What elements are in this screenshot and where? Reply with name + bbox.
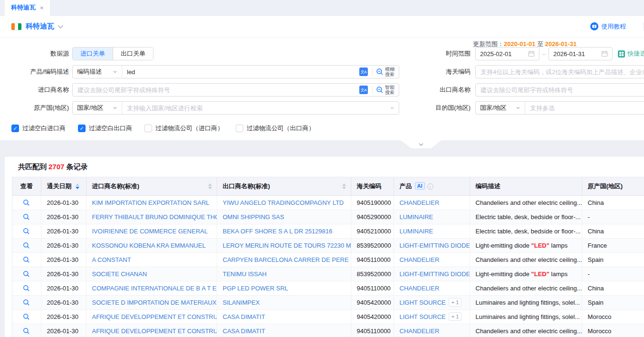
exporter-name-field xyxy=(475,83,644,96)
product-tag[interactable]: LIGHT-EMITTING DIODE xyxy=(400,270,470,278)
quick-select-button[interactable]: 快捷选 xyxy=(618,49,644,58)
exporter-link[interactable]: CASA DIMATIT xyxy=(223,313,265,320)
date-from-input[interactable]: 2025-02-01 xyxy=(475,47,539,60)
view-cell xyxy=(12,309,41,324)
filter-panel: 更新范围：2020-01-01 至 2026-01-31 数据源 进口关单 出口… xyxy=(0,38,644,140)
country-title[interactable]: 科特迪瓦 xyxy=(26,22,54,31)
importer-cell: AFRIQUE DEVELOPPEMENT ET CONSTRUCT... xyxy=(86,309,217,324)
destination-country-group: 国家/地区 xyxy=(475,101,644,115)
importer-link[interactable]: SOCIETE D IMPORTATION DE MATERIAUX E... xyxy=(92,299,217,306)
translate-icon[interactable]: 文A xyxy=(359,86,368,94)
product-tag[interactable]: CHANDELIER xyxy=(400,256,440,263)
product-tag[interactable]: LUMINAIRE xyxy=(400,228,433,235)
product-type-select[interactable]: 编码描述 xyxy=(73,66,122,78)
column-header-1[interactable]: 通关日期 xyxy=(41,177,86,195)
sort-icon[interactable] xyxy=(76,183,79,189)
product-tag[interactable]: LIGHT-EMITTING DIODE xyxy=(400,242,470,249)
importer-link[interactable]: A CONSTANT xyxy=(92,256,131,263)
view-record-button[interactable] xyxy=(21,197,32,208)
chevron-down-icon[interactable] xyxy=(58,23,63,28)
product-keyword-input[interactable] xyxy=(122,68,359,76)
exporter-link[interactable]: BEKA OFF SHORE S A L DR 25129816 xyxy=(223,228,333,235)
column-label: 出口商名称(标准) xyxy=(223,183,270,190)
importer-link[interactable]: KIM IMPORTATION EXPORTATION SARL xyxy=(92,199,210,206)
search-minus-icon xyxy=(376,86,384,94)
importer-link[interactable]: IVOIRIENNE DE COMMERCE GENERAL xyxy=(92,228,208,235)
importer-link[interactable]: AFRIQUE DEVELOPPEMENT ET CONSTRUCT... xyxy=(92,313,217,320)
tab-cote-divoire[interactable]: 科特迪瓦 × xyxy=(5,0,50,16)
data-source-toggle: 进口关单 出口关单 xyxy=(72,47,154,60)
code-description-cell: Chandeliers and other electric ceiling..… xyxy=(470,324,582,337)
product-tag[interactable]: LUMINAIRE xyxy=(400,213,433,221)
smart-search-button[interactable]: 智能搜索 xyxy=(376,85,399,95)
fuzzy-search-button[interactable]: 模糊搜索 xyxy=(376,67,399,77)
origin-type-select[interactable]: 国家/地区 xyxy=(73,102,122,114)
exporter-link[interactable]: PGP LED POWER SRL xyxy=(223,285,288,292)
hs-code-input[interactable] xyxy=(476,68,644,76)
importer-link[interactable]: SOCIETE CHANAN xyxy=(92,270,147,278)
column-header-2[interactable]: 进口商名称(标准) xyxy=(86,177,217,195)
view-record-button[interactable] xyxy=(21,226,32,236)
view-record-button[interactable] xyxy=(21,254,32,265)
more-products-badge[interactable]: + 1 xyxy=(449,298,462,307)
view-record-button[interactable] xyxy=(21,297,32,308)
exporter-link[interactable]: SILANIMPEX xyxy=(223,299,260,306)
translate-icon[interactable]: 文A xyxy=(359,67,368,76)
tab-export-declarations[interactable]: 出口关单 xyxy=(113,48,153,60)
exporter-name-input[interactable] xyxy=(476,87,644,94)
checkbox-checked-icon[interactable]: ✓ xyxy=(11,125,19,132)
view-record-button[interactable] xyxy=(21,283,32,293)
close-icon[interactable]: × xyxy=(40,4,44,11)
importer-link[interactable]: COMPAGNIE INTERNATIONALE DE B A T E R xyxy=(92,285,217,292)
product-tag[interactable]: LIGHT SOURCE xyxy=(400,299,446,306)
importer-link[interactable]: FERRY THIBAULT BRUNO DOMINIQUE THO... xyxy=(92,213,217,221)
exporter-link[interactable]: YIWU ANGELO TRADINGCOMPAGNY LTD xyxy=(223,199,344,206)
destination-type-select[interactable]: 国家/地区 xyxy=(476,102,525,114)
tab-import-declarations[interactable]: 进口关单 xyxy=(73,48,113,60)
table-row: 2026-01-30AFRIQUE DEVELOPPEMENT ET CONST… xyxy=(12,309,644,324)
product-tag[interactable]: LIGHT SOURCE xyxy=(400,313,446,320)
code-description-cell: Light-emitting diode "LED" lamps xyxy=(470,267,582,281)
product-tag[interactable]: CHANDELIER xyxy=(400,199,440,206)
view-record-button[interactable] xyxy=(21,212,32,222)
view-cell xyxy=(12,324,41,337)
importer-name-input[interactable] xyxy=(73,87,359,94)
exporter-link[interactable]: CASA DIMATIT xyxy=(223,327,265,335)
checkbox-unchecked-icon[interactable] xyxy=(236,125,243,132)
origin-country-cell: France xyxy=(582,238,644,252)
view-record-button[interactable] xyxy=(21,311,32,322)
filter-checkbox[interactable]: 过滤物流公司（出口商） xyxy=(236,124,315,133)
date-to-input[interactable]: 2026-01-31 xyxy=(548,47,613,60)
more-products-badge[interactable]: + 1 xyxy=(449,312,462,321)
filter-checkbox[interactable]: ✓过滤空白进口商 xyxy=(11,124,66,133)
product-tag[interactable]: CHANDELIER xyxy=(400,327,440,335)
exporter-link[interactable]: TENIMU ISSAH xyxy=(223,270,267,278)
info-icon[interactable]: i xyxy=(427,183,433,190)
exporter-link[interactable]: CARPYEN BARCELONA CARRER DE PERE IV xyxy=(223,256,351,263)
view-cell xyxy=(12,238,41,252)
view-cell xyxy=(12,195,41,210)
tutorial-link[interactable]: 使用教程 xyxy=(590,22,626,31)
checkbox-unchecked-icon[interactable] xyxy=(144,125,152,132)
importer-link[interactable]: KOSSONOU KOBENA KRA EMMANUEL xyxy=(92,242,206,249)
view-cell xyxy=(12,295,41,309)
product-tag[interactable]: CHANDELIER xyxy=(400,285,440,292)
view-record-button[interactable] xyxy=(21,326,32,336)
destination-country-label: 目的国(地区) xyxy=(399,104,471,112)
sort-icon[interactable] xyxy=(342,183,346,189)
magnifier-icon xyxy=(23,285,30,292)
checkbox-checked-icon[interactable]: ✓ xyxy=(78,125,86,132)
view-record-button[interactable] xyxy=(21,269,32,279)
destination-country-input[interactable] xyxy=(525,105,644,112)
origin-country-input[interactable] xyxy=(122,105,390,112)
importer-cell: AFRIQUE DEVELOPPEMENT ET CONSTRUCT... xyxy=(86,324,217,337)
filter-checkbox[interactable]: 过滤物流公司（进口商） xyxy=(144,124,223,133)
collapse-filters-button[interactable] xyxy=(401,140,442,148)
sort-icon[interactable] xyxy=(208,183,212,189)
filter-checkbox[interactable]: ✓过滤空白出口商 xyxy=(78,124,132,133)
importer-link[interactable]: AFRIQUE DEVELOPPEMENT ET CONSTRUCT... xyxy=(92,327,217,335)
exporter-link[interactable]: OMNI SHIPPING SAS xyxy=(223,213,284,221)
exporter-link[interactable]: LEROY MERLIN ROUTE DE TOURS 72230 M xyxy=(223,242,351,249)
column-header-3[interactable]: 出口商名称(标准) xyxy=(217,177,351,195)
view-record-button[interactable] xyxy=(21,240,32,250)
